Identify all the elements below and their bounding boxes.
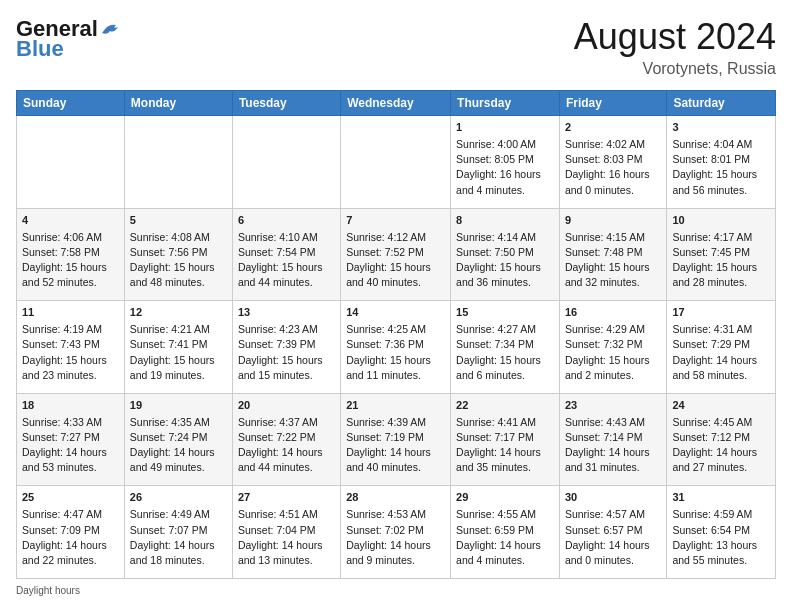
- day-info: Sunrise: 4:04 AM: [672, 137, 770, 152]
- day-number: 8: [456, 213, 554, 229]
- calendar-cell: 25Sunrise: 4:47 AMSunset: 7:09 PMDayligh…: [17, 486, 125, 579]
- day-info: Daylight: 15 hours: [672, 260, 770, 275]
- day-number: 2: [565, 120, 661, 136]
- day-info: Daylight: 13 hours: [672, 538, 770, 553]
- calendar-cell: 14Sunrise: 4:25 AMSunset: 7:36 PMDayligh…: [341, 301, 451, 394]
- day-info: Sunrise: 4:59 AM: [672, 507, 770, 522]
- day-info: and 48 minutes.: [130, 275, 227, 290]
- day-info: and 27 minutes.: [672, 460, 770, 475]
- daylight-label: Daylight hours: [16, 585, 80, 596]
- day-number: 14: [346, 305, 445, 321]
- day-number: 17: [672, 305, 770, 321]
- day-info: Daylight: 15 hours: [346, 353, 445, 368]
- day-info: and 4 minutes.: [456, 183, 554, 198]
- day-info: Sunset: 6:57 PM: [565, 523, 661, 538]
- day-info: Sunset: 7:52 PM: [346, 245, 445, 260]
- day-info: Sunrise: 4:33 AM: [22, 415, 119, 430]
- day-info: Sunset: 7:29 PM: [672, 337, 770, 352]
- day-info: Sunrise: 4:02 AM: [565, 137, 661, 152]
- day-info: Daylight: 14 hours: [22, 445, 119, 460]
- day-info: Daylight: 14 hours: [238, 538, 335, 553]
- day-number: 4: [22, 213, 119, 229]
- calendar-cell: [17, 116, 125, 209]
- calendar-week-2: 4Sunrise: 4:06 AMSunset: 7:58 PMDaylight…: [17, 208, 776, 301]
- day-number: 9: [565, 213, 661, 229]
- day-number: 26: [130, 490, 227, 506]
- calendar-cell: 19Sunrise: 4:35 AMSunset: 7:24 PMDayligh…: [124, 393, 232, 486]
- day-info: Sunset: 7:41 PM: [130, 337, 227, 352]
- page: General Blue August 2024 Vorotynets, Rus…: [0, 0, 792, 612]
- day-info: Sunrise: 4:35 AM: [130, 415, 227, 430]
- calendar-header-friday: Friday: [559, 91, 666, 116]
- day-info: Sunrise: 4:21 AM: [130, 322, 227, 337]
- calendar-cell: 20Sunrise: 4:37 AMSunset: 7:22 PMDayligh…: [232, 393, 340, 486]
- day-number: 20: [238, 398, 335, 414]
- calendar-header-thursday: Thursday: [451, 91, 560, 116]
- calendar-cell: 6Sunrise: 4:10 AMSunset: 7:54 PMDaylight…: [232, 208, 340, 301]
- day-info: Sunset: 7:48 PM: [565, 245, 661, 260]
- day-number: 6: [238, 213, 335, 229]
- day-info: Sunset: 8:03 PM: [565, 152, 661, 167]
- calendar-header-sunday: Sunday: [17, 91, 125, 116]
- day-info: Sunrise: 4:43 AM: [565, 415, 661, 430]
- day-number: 23: [565, 398, 661, 414]
- day-info: Sunrise: 4:49 AM: [130, 507, 227, 522]
- calendar-cell: 8Sunrise: 4:14 AMSunset: 7:50 PMDaylight…: [451, 208, 560, 301]
- day-info: and 49 minutes.: [130, 460, 227, 475]
- location: Vorotynets, Russia: [574, 60, 776, 78]
- day-info: Sunrise: 4:39 AM: [346, 415, 445, 430]
- day-info: Sunrise: 4:17 AM: [672, 230, 770, 245]
- calendar-header-monday: Monday: [124, 91, 232, 116]
- day-info: Sunrise: 4:37 AM: [238, 415, 335, 430]
- day-info: Daylight: 15 hours: [238, 353, 335, 368]
- calendar-cell: 30Sunrise: 4:57 AMSunset: 6:57 PMDayligh…: [559, 486, 666, 579]
- day-info: Daylight: 15 hours: [456, 353, 554, 368]
- day-info: and 58 minutes.: [672, 368, 770, 383]
- calendar-cell: 13Sunrise: 4:23 AMSunset: 7:39 PMDayligh…: [232, 301, 340, 394]
- day-info: Sunset: 7:32 PM: [565, 337, 661, 352]
- day-info: Sunset: 7:17 PM: [456, 430, 554, 445]
- calendar-week-4: 18Sunrise: 4:33 AMSunset: 7:27 PMDayligh…: [17, 393, 776, 486]
- calendar-cell: 9Sunrise: 4:15 AMSunset: 7:48 PMDaylight…: [559, 208, 666, 301]
- footer: Daylight hours: [16, 585, 776, 596]
- logo-bird-icon: [100, 19, 122, 39]
- day-info: Daylight: 15 hours: [672, 167, 770, 182]
- day-number: 1: [456, 120, 554, 136]
- logo-blue: Blue: [16, 36, 64, 62]
- day-info: Sunset: 7:14 PM: [565, 430, 661, 445]
- day-info: Sunrise: 4:41 AM: [456, 415, 554, 430]
- day-info: Sunrise: 4:53 AM: [346, 507, 445, 522]
- calendar-cell: 24Sunrise: 4:45 AMSunset: 7:12 PMDayligh…: [667, 393, 776, 486]
- day-info: Sunset: 8:05 PM: [456, 152, 554, 167]
- calendar-cell: 21Sunrise: 4:39 AMSunset: 7:19 PMDayligh…: [341, 393, 451, 486]
- day-info: Daylight: 14 hours: [456, 445, 554, 460]
- day-info: Sunrise: 4:06 AM: [22, 230, 119, 245]
- day-info: and 6 minutes.: [456, 368, 554, 383]
- day-info: Daylight: 16 hours: [565, 167, 661, 182]
- calendar-cell: 16Sunrise: 4:29 AMSunset: 7:32 PMDayligh…: [559, 301, 666, 394]
- day-info: Sunrise: 4:14 AM: [456, 230, 554, 245]
- day-info: Sunrise: 4:00 AM: [456, 137, 554, 152]
- day-info: Sunset: 7:24 PM: [130, 430, 227, 445]
- day-number: 18: [22, 398, 119, 414]
- calendar-cell: 3Sunrise: 4:04 AMSunset: 8:01 PMDaylight…: [667, 116, 776, 209]
- day-info: and 15 minutes.: [238, 368, 335, 383]
- day-info: Sunset: 7:09 PM: [22, 523, 119, 538]
- day-info: Sunrise: 4:12 AM: [346, 230, 445, 245]
- calendar-cell: [232, 116, 340, 209]
- calendar-cell: 5Sunrise: 4:08 AMSunset: 7:56 PMDaylight…: [124, 208, 232, 301]
- day-info: Sunset: 7:04 PM: [238, 523, 335, 538]
- day-number: 13: [238, 305, 335, 321]
- day-info: Daylight: 14 hours: [346, 538, 445, 553]
- day-info: Sunset: 7:12 PM: [672, 430, 770, 445]
- calendar-cell: 4Sunrise: 4:06 AMSunset: 7:58 PMDaylight…: [17, 208, 125, 301]
- day-number: 22: [456, 398, 554, 414]
- calendar-cell: 12Sunrise: 4:21 AMSunset: 7:41 PMDayligh…: [124, 301, 232, 394]
- day-info: and 19 minutes.: [130, 368, 227, 383]
- day-info: Sunrise: 4:31 AM: [672, 322, 770, 337]
- day-info: Sunset: 6:59 PM: [456, 523, 554, 538]
- calendar-cell: 10Sunrise: 4:17 AMSunset: 7:45 PMDayligh…: [667, 208, 776, 301]
- day-info: and 23 minutes.: [22, 368, 119, 383]
- day-info: and 11 minutes.: [346, 368, 445, 383]
- day-info: Sunrise: 4:19 AM: [22, 322, 119, 337]
